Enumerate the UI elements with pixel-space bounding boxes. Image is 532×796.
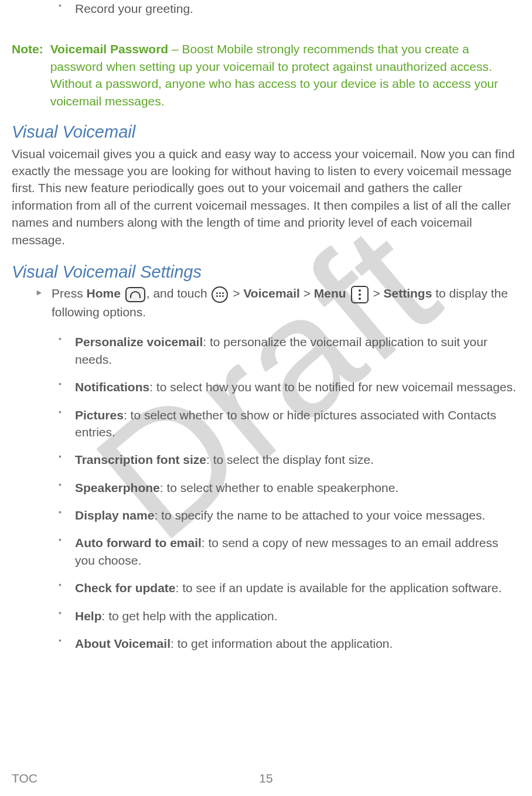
- apps-icon: [212, 286, 228, 303]
- opt-desc: : to select the display font size.: [206, 453, 374, 466]
- intro-settings: Settings: [383, 286, 432, 300]
- opt-name: Pictures: [75, 408, 124, 422]
- opt-name: Transcription font size: [75, 453, 206, 466]
- intro-home: Home: [87, 286, 121, 300]
- list-item: About Voicemail: to get information abou…: [75, 635, 520, 652]
- list-item: Notifications: to select how you want to…: [75, 378, 520, 395]
- opt-desc: : to see if an update is available for t…: [176, 581, 502, 595]
- opt-desc: : to select how you want to be notified …: [149, 380, 516, 394]
- intro-gt2: >: [300, 286, 314, 300]
- home-icon: [125, 287, 145, 302]
- list-item: Personalize voicemail: to personalize th…: [75, 333, 520, 368]
- intro-gt3: >: [373, 286, 383, 300]
- list-item: Help: to get help with the application.: [75, 607, 520, 624]
- note-sep: –: [168, 42, 182, 56]
- opt-desc: : to select whether to show or hide pict…: [75, 408, 496, 439]
- list-item: Auto forward to email: to send a copy of…: [75, 534, 520, 569]
- list-item: Pictures: to select whether to show or h…: [75, 406, 520, 441]
- note-title: Voicemail Password: [50, 42, 169, 56]
- page-footer: TOC 15: [12, 770, 520, 787]
- opt-name: Check for update: [75, 581, 176, 595]
- note-body: Voicemail Password – Boost Mobile strong…: [50, 40, 520, 110]
- list-item: Display name: to specify the name to be …: [75, 507, 520, 524]
- menu-icon: [351, 286, 369, 303]
- page-number: 15: [259, 770, 272, 787]
- opt-name: About Voicemail: [75, 637, 170, 650]
- settings-intro: Press Home , and touch > Voicemail > Men…: [52, 285, 520, 320]
- toc-link[interactable]: TOC: [12, 770, 37, 787]
- note-block: Note: Voicemail Password – Boost Mobile …: [12, 40, 520, 110]
- opt-name: Display name: [75, 508, 154, 522]
- visual-voicemail-para: Visual voicemail gives you a quick and e…: [12, 145, 520, 248]
- heading-visual-voicemail-settings: Visual Voicemail Settings: [12, 260, 520, 284]
- opt-desc: : to select whether to enable speakerpho…: [160, 481, 398, 494]
- list-item: Speakerphone: to select whether to enabl…: [75, 479, 520, 496]
- intro-menu: Menu: [314, 286, 346, 300]
- page-content: Record your greeting. Note: Voicemail Pa…: [12, 0, 520, 652]
- intro-voicemail: Voicemail: [243, 286, 300, 300]
- note-label: Note:: [12, 40, 43, 110]
- intro-p1: Press: [52, 286, 87, 300]
- opt-name: Personalize voicemail: [75, 335, 203, 349]
- opt-desc: : to specify the name to be attached to …: [154, 508, 485, 522]
- intro-gt1: >: [233, 286, 243, 300]
- list-item: Check for update: to see if an update is…: [75, 579, 520, 596]
- record-greeting-item: Record your greeting.: [75, 0, 520, 17]
- options-list: Personalize voicemail: to personalize th…: [75, 333, 520, 652]
- opt-name: Auto forward to email: [75, 536, 202, 549]
- opt-desc: : to get information about the applicati…: [170, 637, 393, 650]
- opt-name: Speakerphone: [75, 481, 160, 494]
- list-item: Transcription font size: to select the d…: [75, 451, 520, 468]
- opt-desc: : to get help with the application.: [102, 609, 278, 623]
- heading-visual-voicemail: Visual Voicemail: [12, 120, 520, 144]
- opt-name: Help: [75, 609, 102, 623]
- intro-p2: , and touch: [146, 286, 211, 300]
- opt-name: Notifications: [75, 380, 149, 394]
